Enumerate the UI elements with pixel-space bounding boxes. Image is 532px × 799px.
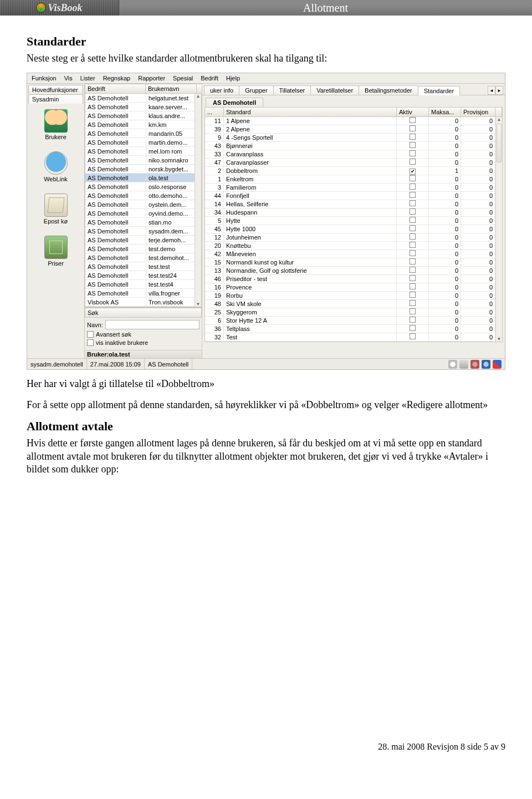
aktiv-checkbox[interactable] (410, 142, 416, 148)
advanced-search-checkbox[interactable] (87, 331, 94, 338)
nav-epostko[interactable]: Epost kø (27, 190, 84, 232)
standard-row[interactable]: 15Normandi kunst og kultur00 (205, 258, 502, 267)
nav-weblink[interactable]: WebLink (27, 148, 84, 190)
menu-regnskap[interactable]: Regnskap (103, 75, 131, 82)
aktiv-checkbox[interactable] (410, 317, 416, 323)
user-row[interactable]: AS Demohotelltest.demo (85, 245, 201, 253)
aktiv-checkbox[interactable] (410, 283, 416, 289)
standard-row[interactable]: 47Caravanplasser00 (205, 159, 502, 167)
menu-hjelp[interactable]: Hjelp (226, 75, 240, 82)
user-row[interactable]: AS Demohotellklaus.andre... (85, 111, 201, 120)
help-icon[interactable] (459, 360, 468, 369)
menu-lister[interactable]: Lister (80, 75, 95, 82)
user-row[interactable]: AS Demohotellnorsk.bygdet... (85, 165, 201, 174)
standard-row[interactable]: 5Hytte00 (205, 217, 502, 225)
user-row[interactable]: AS Demohotellmartin.demo... (85, 138, 201, 147)
user-grid-scrollbar[interactable] (195, 94, 201, 307)
show-inactive-checkbox[interactable] (87, 339, 94, 346)
aktiv-checkbox[interactable] (410, 233, 416, 240)
menu-funksjon[interactable]: Funksjon (32, 75, 57, 82)
user-row[interactable]: AS Demohotelltest.test4 (85, 280, 201, 289)
aktiv-checkbox[interactable] (410, 325, 416, 331)
aktiv-checkbox[interactable] (410, 117, 416, 123)
aktiv-checkbox[interactable] (410, 200, 416, 206)
standard-row[interactable]: 12Jotunheimen00 (205, 233, 502, 242)
stdcol-name[interactable]: Standard (224, 108, 397, 117)
standard-row[interactable]: 392 Alpene00 (205, 125, 502, 134)
nav-brukere[interactable]: Brukere (27, 106, 84, 148)
stdcol-maks[interactable]: Maksa... (429, 108, 461, 117)
aktiv-checkbox[interactable] (410, 333, 416, 339)
stdcol-aktiv[interactable]: Aktiv (397, 108, 429, 117)
standard-row[interactable]: 32Test00 (205, 333, 502, 342)
aktiv-checkbox[interactable] (410, 242, 416, 248)
standard-row[interactable]: 6Stor Hytte 12 A00 (205, 317, 502, 325)
tab-uker-info[interactable]: uker info (204, 85, 239, 95)
aktiv-checkbox[interactable] (410, 150, 416, 156)
lefttab-sysadmin[interactable]: Sysadmin (28, 94, 83, 104)
standard-row[interactable]: 43Bjønnerøi00 (205, 142, 502, 150)
user-row[interactable]: AS Demohotelloystein.dem... (85, 200, 201, 209)
standard-row[interactable]: 111 Alpene00 (205, 117, 502, 125)
info-icon[interactable] (448, 360, 457, 369)
aktiv-checkbox[interactable] (410, 192, 416, 198)
aktiv-checkbox[interactable] (410, 159, 416, 165)
nav-priser[interactable]: Priser (27, 232, 84, 274)
lefttab-hovedfunksjoner[interactable]: Hovedfunksjoner (28, 85, 83, 94)
standard-row[interactable]: 33Caravanplass00 (205, 150, 502, 159)
user-row[interactable]: AS Demohotellvilla.frogner (85, 289, 201, 298)
user-row[interactable]: AS Demohotellsysadm.dem... (85, 227, 201, 236)
standard-row[interactable]: 25Skyggerom00 (205, 308, 502, 317)
aktiv-checkbox[interactable] (410, 184, 416, 190)
aktiv-checkbox[interactable] (410, 275, 416, 281)
standard-grid-scrollbar[interactable] (495, 117, 502, 342)
standard-row[interactable]: 14Hellas, Seilferie00 (205, 200, 502, 208)
aktiv-checkbox[interactable] (410, 292, 416, 298)
user-row[interactable]: AS Demohotelltest.demohot... (85, 253, 201, 262)
stdcol-prov[interactable]: Provisjon (461, 108, 495, 117)
standard-row[interactable]: 46Priseditor - test00 (205, 275, 502, 283)
aktiv-checkbox[interactable] (410, 300, 416, 306)
flag-icon[interactable] (493, 360, 502, 369)
user-row[interactable]: AS Demohotelloyvind.demo... (85, 209, 201, 218)
tab-standarder[interactable]: Standarder (418, 86, 460, 95)
navn-input[interactable] (105, 320, 200, 329)
menu-vis[interactable]: Vis (64, 75, 73, 82)
user-row[interactable]: AS Demohotelltest.test24 (85, 271, 201, 280)
aktiv-checkbox[interactable] (410, 175, 416, 181)
aktiv-checkbox[interactable] (410, 125, 416, 131)
aktiv-checkbox[interactable] (410, 267, 416, 273)
standard-row[interactable]: 1Enkeltrom00 (205, 175, 502, 184)
user-grid-body[interactable]: AS Demohotellhelgatunet.testAS Demohotel… (85, 94, 202, 307)
user-row[interactable]: Visbook ASTron.visbook (85, 298, 201, 307)
aktiv-checkbox[interactable] (410, 258, 416, 264)
menu-spesial[interactable]: Spesial (173, 75, 193, 82)
user-row[interactable]: AS Demohotellmandarin.05 (85, 129, 201, 138)
aktiv-checkbox[interactable] (410, 250, 416, 256)
aktiv-checkbox[interactable] (410, 308, 416, 314)
standard-row[interactable]: 94 -Sengs Sportell00 (205, 134, 502, 142)
user-row[interactable]: AS Demohotellstian.mo (85, 218, 201, 227)
standard-row[interactable]: 2Dobbeltrom✔10 (205, 167, 502, 175)
standard-row[interactable]: 3Familierom00 (205, 184, 502, 192)
aktiv-checkbox[interactable] (410, 134, 416, 140)
standard-row[interactable]: 36Teltplass00 (205, 325, 502, 333)
standard-row[interactable]: 34Hudespann00 (205, 208, 502, 217)
stdcol-id[interactable]: ... (205, 108, 224, 117)
standard-row[interactable]: 42Måneveien00 (205, 250, 502, 258)
user-row[interactable]: AS Demohotellkaare.server... (85, 103, 201, 111)
user-row[interactable]: AS Demohotellhelgatunet.test (85, 94, 201, 103)
col-brukernavn[interactable]: Brukernavn (146, 84, 197, 94)
user-row[interactable]: AS Demohotelltest.test (85, 262, 201, 271)
col-bedrift[interactable]: Bedrift (85, 84, 146, 94)
tab-tillatelser[interactable]: Tillatelser (273, 85, 311, 95)
standard-row[interactable]: 45Hytte 100000 (205, 225, 502, 233)
user-row[interactable]: AS Demohotellola.test (85, 174, 201, 182)
tab-scroll-arrows[interactable]: ◄► (488, 86, 503, 95)
aktiv-checkbox[interactable] (410, 208, 416, 215)
aktiv-checkbox[interactable] (410, 217, 416, 223)
tab-betalingsmetoder[interactable]: Betalingsmetoder (359, 85, 418, 95)
user-row[interactable]: AS Demohotellkm.km (85, 120, 201, 129)
user-row[interactable]: AS Demohotelloslo.response (85, 182, 201, 191)
menu-bedrift[interactable]: Bedrift (201, 75, 218, 82)
